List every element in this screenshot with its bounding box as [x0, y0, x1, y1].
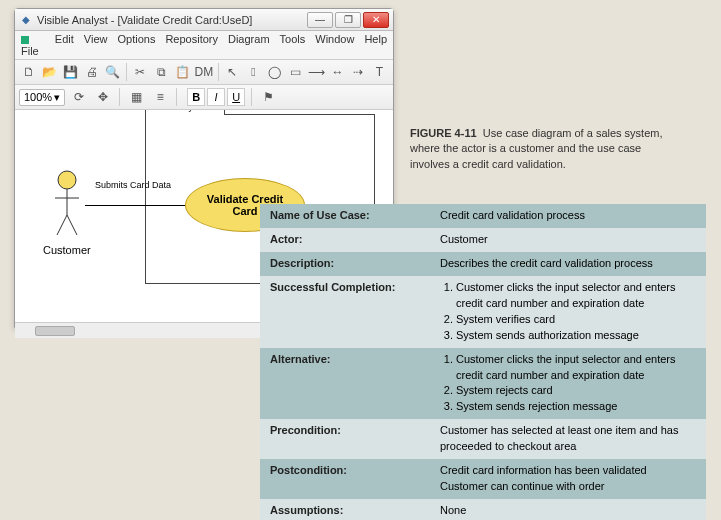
text-tool-icon[interactable]: T [370, 62, 389, 82]
align-icon[interactable]: ≡ [150, 87, 170, 107]
grid-icon[interactable]: ▦ [126, 87, 146, 107]
separator [251, 88, 252, 106]
spec-key: Alternative: [260, 348, 430, 420]
spec-value: None [430, 499, 706, 520]
spec-key: Assumptions: [260, 499, 430, 520]
window-buttons: — ❐ ✕ [307, 12, 389, 28]
menu-repository[interactable]: Repository [165, 33, 218, 57]
dm-icon[interactable]: DM [194, 62, 214, 82]
spec-value: Customer clicks the input selector and e… [430, 348, 706, 420]
connector-tool-icon[interactable]: ↔ [328, 62, 347, 82]
cut-icon[interactable]: ✂ [131, 62, 150, 82]
spec-value: Customer has selected at least one item … [430, 419, 706, 459]
paste-icon[interactable]: 📋 [173, 62, 192, 82]
separator [218, 63, 219, 81]
menu-view[interactable]: View [84, 33, 108, 57]
spec-row: Successful Completion:Customer clicks th… [260, 276, 706, 348]
actor-shape[interactable]: Customer [43, 170, 91, 256]
zoom-value: 100% [24, 91, 52, 103]
spec-list-item: System sends authorization message [456, 328, 696, 344]
stickfigure-icon [49, 170, 85, 240]
separator [176, 88, 177, 106]
spec-value: Customer clicks the input selector and e… [430, 276, 706, 348]
spec-row: Name of Use Case:Credit card validation … [260, 204, 706, 228]
minimize-button[interactable]: — [307, 12, 333, 28]
separator [119, 88, 120, 106]
usecase-spec-table: Name of Use Case:Credit card validation … [260, 204, 706, 520]
spec-value: Customer [430, 228, 706, 252]
pan-icon[interactable]: ✥ [93, 87, 113, 107]
rect-tool-icon[interactable]: ▭ [286, 62, 305, 82]
new-icon[interactable]: 🗋 [19, 62, 38, 82]
svg-point-0 [58, 171, 76, 189]
spec-list-item: Customer clicks the input selector and e… [456, 280, 696, 312]
print-icon[interactable]: 🖨 [82, 62, 101, 82]
spec-key: Description: [260, 252, 430, 276]
open-icon[interactable]: 📂 [40, 62, 59, 82]
window-title: Visible Analyst - [Validate Credit Card:… [37, 14, 303, 26]
copy-icon[interactable]: ⧉ [152, 62, 171, 82]
menu-diagram[interactable]: Diagram [228, 33, 270, 57]
spec-row: Postcondition:Credit card information ha… [260, 459, 706, 499]
spec-row: Precondition:Customer has selected at le… [260, 419, 706, 459]
association-label: Submits Card Data [93, 180, 173, 190]
association-line[interactable] [85, 205, 195, 206]
menu-options[interactable]: Options [117, 33, 155, 57]
menu-window[interactable]: Window [315, 33, 354, 57]
spec-list-item: System rejects card [456, 383, 696, 399]
spec-row: Assumptions:None [260, 499, 706, 520]
menu-help[interactable]: Help [364, 33, 387, 57]
spec-key: Precondition: [260, 419, 430, 459]
svg-line-4 [67, 215, 77, 235]
menu-tools[interactable]: Tools [280, 33, 306, 57]
spec-list-item: System verifies card [456, 312, 696, 328]
scroll-thumb[interactable] [35, 326, 75, 336]
refresh-icon[interactable]: ⟳ [69, 87, 89, 107]
actor-label: Customer [43, 244, 91, 256]
save-icon[interactable]: 💾 [61, 62, 80, 82]
spec-key: Name of Use Case: [260, 204, 430, 228]
spec-key: Actor: [260, 228, 430, 252]
spec-row: Description:Describes the credit card va… [260, 252, 706, 276]
toolbar-format: 100% ▾ ⟳ ✥ ▦ ≡ B I U ⚑ [15, 85, 393, 110]
find-icon[interactable]: 🔍 [103, 62, 122, 82]
menu-edit[interactable]: Edit [55, 33, 74, 57]
spec-row: Alternative:Customer clicks the input se… [260, 348, 706, 420]
titlebar[interactable]: ◆ Visible Analyst - [Validate Credit Car… [15, 9, 393, 31]
maximize-button[interactable]: ❐ [335, 12, 361, 28]
format-group: B I U [187, 88, 245, 106]
zoom-selector[interactable]: 100% ▾ [19, 89, 65, 106]
spec-key: Postcondition: [260, 459, 430, 499]
close-button[interactable]: ✕ [363, 12, 389, 28]
bold-button[interactable]: B [187, 88, 205, 106]
actor-tool-icon[interactable]: 𖨆 [244, 62, 263, 82]
flag-icon[interactable]: ⚑ [258, 87, 278, 107]
menubar: File Edit View Options Repository Diagra… [15, 31, 393, 60]
app-logo-icon: ◆ [19, 13, 33, 27]
svg-line-3 [57, 215, 67, 235]
figure-caption: FIGURE 4-11 Use case diagram of a sales … [410, 126, 680, 172]
underline-button[interactable]: U [227, 88, 245, 106]
spec-row: Actor:Customer [260, 228, 706, 252]
spec-list-item: Customer clicks the input selector and e… [456, 352, 696, 384]
spec-value: Credit card validation process [430, 204, 706, 228]
chevron-down-icon: ▾ [54, 91, 60, 104]
pointer-icon[interactable]: ↖ [223, 62, 242, 82]
line-tool-icon[interactable]: ⟶ [307, 62, 326, 82]
spec-key: Successful Completion: [260, 276, 430, 348]
italic-button[interactable]: I [207, 88, 225, 106]
figure-number: FIGURE 4-11 [410, 127, 477, 139]
dashline-tool-icon[interactable]: ⇢ [349, 62, 368, 82]
toolbar-main: 🗋 📂 💾 🖨 🔍 ✂ ⧉ 📋 DM ↖ 𖨆 ◯ ▭ ⟶ ↔ ⇢ T [15, 60, 393, 85]
separator [126, 63, 127, 81]
spec-value: Credit card information has been validat… [430, 459, 706, 499]
menu-file[interactable]: File [21, 33, 45, 57]
ellipse-tool-icon[interactable]: ◯ [265, 62, 284, 82]
spec-list-item: System sends rejection message [456, 399, 696, 415]
spec-value: Describes the credit card validation pro… [430, 252, 706, 276]
boundary-label: Sales System [145, 110, 225, 115]
